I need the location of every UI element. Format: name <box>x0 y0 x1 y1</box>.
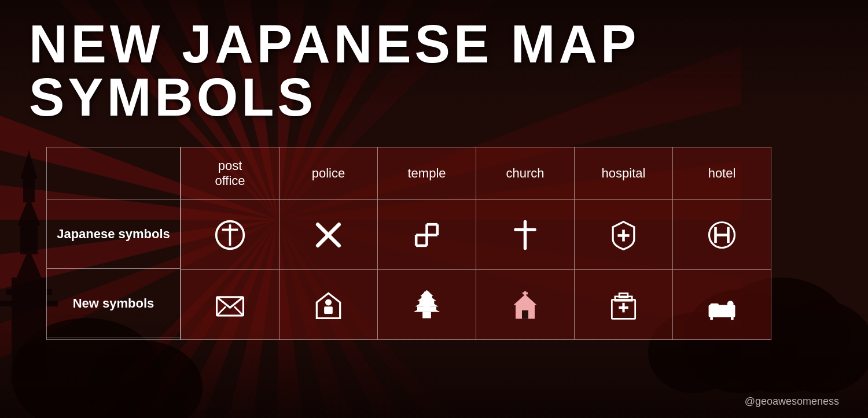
new-hotel-symbol <box>672 270 771 339</box>
japanese-police-symbol <box>279 200 377 269</box>
japanese-post-office-symbol <box>181 200 279 269</box>
col-header-police: police <box>279 147 377 199</box>
svg-rect-74 <box>422 312 431 318</box>
corner-cell <box>47 147 180 199</box>
new-symbols-row <box>181 270 771 340</box>
new-hospital-symbol <box>574 270 672 339</box>
svg-point-64 <box>325 299 332 305</box>
japanese-symbols-row <box>181 200 771 270</box>
new-post-office-symbol <box>181 270 279 339</box>
col-header-church: church <box>476 147 574 199</box>
col-header-post-office: postoffice <box>181 147 279 199</box>
japanese-hotel-symbol <box>672 200 771 269</box>
svg-rect-90 <box>731 315 734 319</box>
svg-rect-89 <box>710 315 713 319</box>
svg-line-62 <box>234 306 244 316</box>
row-labels-column: Japanese symbols New symbols <box>46 147 181 340</box>
new-temple-symbol <box>377 270 476 339</box>
japanese-church-symbol <box>476 200 574 269</box>
symbols-table: Japanese symbols New symbols postoffice … <box>46 147 771 340</box>
col-header-temple: temple <box>377 147 476 199</box>
svg-rect-79 <box>522 310 528 319</box>
svg-rect-82 <box>619 293 628 297</box>
svg-line-61 <box>217 306 226 316</box>
new-police-symbol <box>279 270 377 339</box>
svg-rect-65 <box>324 306 333 314</box>
new-church-symbol <box>476 270 574 339</box>
svg-marker-63 <box>317 293 340 318</box>
japanese-hospital-symbol <box>574 200 672 269</box>
new-symbols-label: New symbols <box>47 269 180 338</box>
data-columns: postoffice police temple church hospital… <box>181 147 771 340</box>
japanese-temple-symbol <box>377 200 476 269</box>
page-title: NEW JAPANESE MAP SYMBOLS <box>29 17 839 124</box>
svg-rect-88 <box>709 305 735 309</box>
header-row: postoffice police temple church hospital… <box>181 147 771 200</box>
col-header-hotel: hotel <box>672 147 771 199</box>
japanese-symbols-label: Japanese symbols <box>47 199 180 269</box>
col-header-hospital: hospital <box>574 147 672 199</box>
